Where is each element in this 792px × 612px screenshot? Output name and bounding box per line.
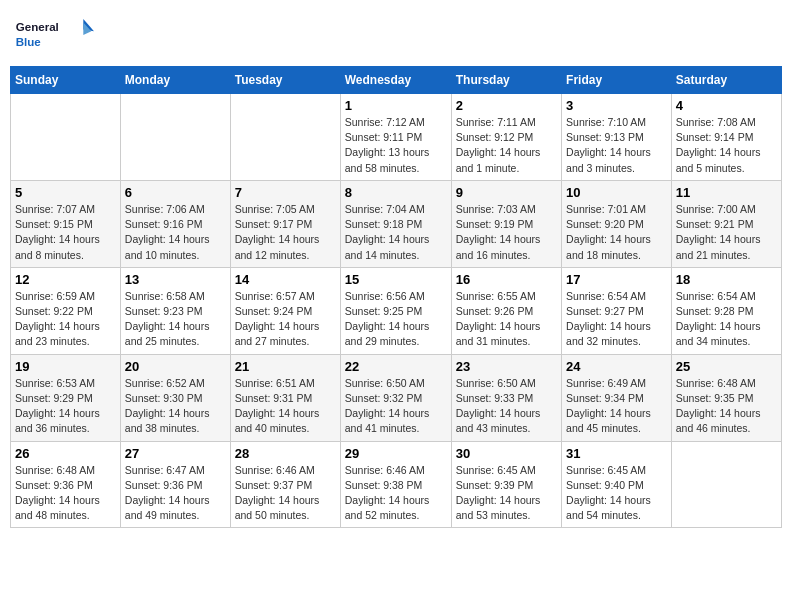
day-number: 19 — [15, 359, 116, 374]
day-cell: 13Sunrise: 6:58 AMSunset: 9:23 PMDayligh… — [120, 267, 230, 354]
week-row-1: 1Sunrise: 7:12 AMSunset: 9:11 PMDaylight… — [11, 94, 782, 181]
day-number: 7 — [235, 185, 336, 200]
day-cell: 11Sunrise: 7:00 AMSunset: 9:21 PMDayligh… — [671, 180, 781, 267]
day-cell — [11, 94, 121, 181]
day-cell: 28Sunrise: 6:46 AMSunset: 9:37 PMDayligh… — [230, 441, 340, 528]
day-detail: Sunrise: 7:06 AMSunset: 9:16 PMDaylight:… — [125, 202, 226, 263]
svg-text:General: General — [16, 21, 59, 33]
day-detail: Sunrise: 6:48 AMSunset: 9:35 PMDaylight:… — [676, 376, 777, 437]
day-number: 17 — [566, 272, 667, 287]
day-detail: Sunrise: 6:59 AMSunset: 9:22 PMDaylight:… — [15, 289, 116, 350]
day-detail: Sunrise: 7:07 AMSunset: 9:15 PMDaylight:… — [15, 202, 116, 263]
day-detail: Sunrise: 6:47 AMSunset: 9:36 PMDaylight:… — [125, 463, 226, 524]
day-detail: Sunrise: 6:52 AMSunset: 9:30 PMDaylight:… — [125, 376, 226, 437]
day-cell: 26Sunrise: 6:48 AMSunset: 9:36 PMDayligh… — [11, 441, 121, 528]
day-detail: Sunrise: 7:01 AMSunset: 9:20 PMDaylight:… — [566, 202, 667, 263]
day-number: 12 — [15, 272, 116, 287]
day-number: 30 — [456, 446, 557, 461]
day-cell: 24Sunrise: 6:49 AMSunset: 9:34 PMDayligh… — [562, 354, 672, 441]
day-cell — [230, 94, 340, 181]
day-cell: 30Sunrise: 6:45 AMSunset: 9:39 PMDayligh… — [451, 441, 561, 528]
day-number: 16 — [456, 272, 557, 287]
day-number: 27 — [125, 446, 226, 461]
day-cell: 21Sunrise: 6:51 AMSunset: 9:31 PMDayligh… — [230, 354, 340, 441]
day-number: 25 — [676, 359, 777, 374]
day-detail: Sunrise: 6:45 AMSunset: 9:40 PMDaylight:… — [566, 463, 667, 524]
day-number: 29 — [345, 446, 447, 461]
day-number: 18 — [676, 272, 777, 287]
day-detail: Sunrise: 6:57 AMSunset: 9:24 PMDaylight:… — [235, 289, 336, 350]
day-cell: 20Sunrise: 6:52 AMSunset: 9:30 PMDayligh… — [120, 354, 230, 441]
day-cell: 29Sunrise: 6:46 AMSunset: 9:38 PMDayligh… — [340, 441, 451, 528]
week-row-2: 5Sunrise: 7:07 AMSunset: 9:15 PMDaylight… — [11, 180, 782, 267]
logo-svg: General Blue — [14, 14, 94, 54]
day-cell: 27Sunrise: 6:47 AMSunset: 9:36 PMDayligh… — [120, 441, 230, 528]
day-detail: Sunrise: 7:12 AMSunset: 9:11 PMDaylight:… — [345, 115, 447, 176]
day-number: 26 — [15, 446, 116, 461]
day-detail: Sunrise: 6:46 AMSunset: 9:38 PMDaylight:… — [345, 463, 447, 524]
day-cell — [671, 441, 781, 528]
week-row-5: 26Sunrise: 6:48 AMSunset: 9:36 PMDayligh… — [11, 441, 782, 528]
day-number: 20 — [125, 359, 226, 374]
day-cell: 18Sunrise: 6:54 AMSunset: 9:28 PMDayligh… — [671, 267, 781, 354]
day-detail: Sunrise: 6:46 AMSunset: 9:37 PMDaylight:… — [235, 463, 336, 524]
day-number: 9 — [456, 185, 557, 200]
col-header-saturday: Saturday — [671, 67, 781, 94]
day-detail: Sunrise: 6:45 AMSunset: 9:39 PMDaylight:… — [456, 463, 557, 524]
day-detail: Sunrise: 6:49 AMSunset: 9:34 PMDaylight:… — [566, 376, 667, 437]
day-cell: 31Sunrise: 6:45 AMSunset: 9:40 PMDayligh… — [562, 441, 672, 528]
logo: General Blue — [14, 14, 94, 54]
day-cell: 6Sunrise: 7:06 AMSunset: 9:16 PMDaylight… — [120, 180, 230, 267]
day-number: 10 — [566, 185, 667, 200]
day-cell: 5Sunrise: 7:07 AMSunset: 9:15 PMDaylight… — [11, 180, 121, 267]
day-number: 3 — [566, 98, 667, 113]
day-number: 5 — [15, 185, 116, 200]
calendar-table: SundayMondayTuesdayWednesdayThursdayFrid… — [10, 66, 782, 528]
day-cell: 8Sunrise: 7:04 AMSunset: 9:18 PMDaylight… — [340, 180, 451, 267]
day-number: 6 — [125, 185, 226, 200]
day-number: 11 — [676, 185, 777, 200]
day-detail: Sunrise: 6:48 AMSunset: 9:36 PMDaylight:… — [15, 463, 116, 524]
day-number: 1 — [345, 98, 447, 113]
day-number: 8 — [345, 185, 447, 200]
day-cell: 3Sunrise: 7:10 AMSunset: 9:13 PMDaylight… — [562, 94, 672, 181]
day-cell: 17Sunrise: 6:54 AMSunset: 9:27 PMDayligh… — [562, 267, 672, 354]
col-header-monday: Monday — [120, 67, 230, 94]
day-detail: Sunrise: 7:10 AMSunset: 9:13 PMDaylight:… — [566, 115, 667, 176]
day-cell: 14Sunrise: 6:57 AMSunset: 9:24 PMDayligh… — [230, 267, 340, 354]
day-cell — [120, 94, 230, 181]
day-cell: 12Sunrise: 6:59 AMSunset: 9:22 PMDayligh… — [11, 267, 121, 354]
day-detail: Sunrise: 6:54 AMSunset: 9:27 PMDaylight:… — [566, 289, 667, 350]
day-number: 23 — [456, 359, 557, 374]
day-detail: Sunrise: 7:00 AMSunset: 9:21 PMDaylight:… — [676, 202, 777, 263]
day-number: 28 — [235, 446, 336, 461]
day-detail: Sunrise: 7:11 AMSunset: 9:12 PMDaylight:… — [456, 115, 557, 176]
day-detail: Sunrise: 7:03 AMSunset: 9:19 PMDaylight:… — [456, 202, 557, 263]
day-detail: Sunrise: 6:53 AMSunset: 9:29 PMDaylight:… — [15, 376, 116, 437]
col-header-thursday: Thursday — [451, 67, 561, 94]
day-cell: 25Sunrise: 6:48 AMSunset: 9:35 PMDayligh… — [671, 354, 781, 441]
day-cell: 7Sunrise: 7:05 AMSunset: 9:17 PMDaylight… — [230, 180, 340, 267]
day-number: 24 — [566, 359, 667, 374]
day-detail: Sunrise: 7:04 AMSunset: 9:18 PMDaylight:… — [345, 202, 447, 263]
day-cell: 16Sunrise: 6:55 AMSunset: 9:26 PMDayligh… — [451, 267, 561, 354]
day-detail: Sunrise: 6:50 AMSunset: 9:33 PMDaylight:… — [456, 376, 557, 437]
day-detail: Sunrise: 7:08 AMSunset: 9:14 PMDaylight:… — [676, 115, 777, 176]
day-number: 14 — [235, 272, 336, 287]
svg-text:Blue: Blue — [16, 36, 42, 48]
day-detail: Sunrise: 6:56 AMSunset: 9:25 PMDaylight:… — [345, 289, 447, 350]
day-cell: 4Sunrise: 7:08 AMSunset: 9:14 PMDaylight… — [671, 94, 781, 181]
day-detail: Sunrise: 7:05 AMSunset: 9:17 PMDaylight:… — [235, 202, 336, 263]
header: General Blue — [10, 10, 782, 58]
day-cell: 15Sunrise: 6:56 AMSunset: 9:25 PMDayligh… — [340, 267, 451, 354]
col-header-tuesday: Tuesday — [230, 67, 340, 94]
day-cell: 10Sunrise: 7:01 AMSunset: 9:20 PMDayligh… — [562, 180, 672, 267]
day-number: 22 — [345, 359, 447, 374]
day-detail: Sunrise: 6:55 AMSunset: 9:26 PMDaylight:… — [456, 289, 557, 350]
day-number: 15 — [345, 272, 447, 287]
day-cell: 23Sunrise: 6:50 AMSunset: 9:33 PMDayligh… — [451, 354, 561, 441]
col-header-sunday: Sunday — [11, 67, 121, 94]
header-row: SundayMondayTuesdayWednesdayThursdayFrid… — [11, 67, 782, 94]
day-cell: 22Sunrise: 6:50 AMSunset: 9:32 PMDayligh… — [340, 354, 451, 441]
day-detail: Sunrise: 6:51 AMSunset: 9:31 PMDaylight:… — [235, 376, 336, 437]
